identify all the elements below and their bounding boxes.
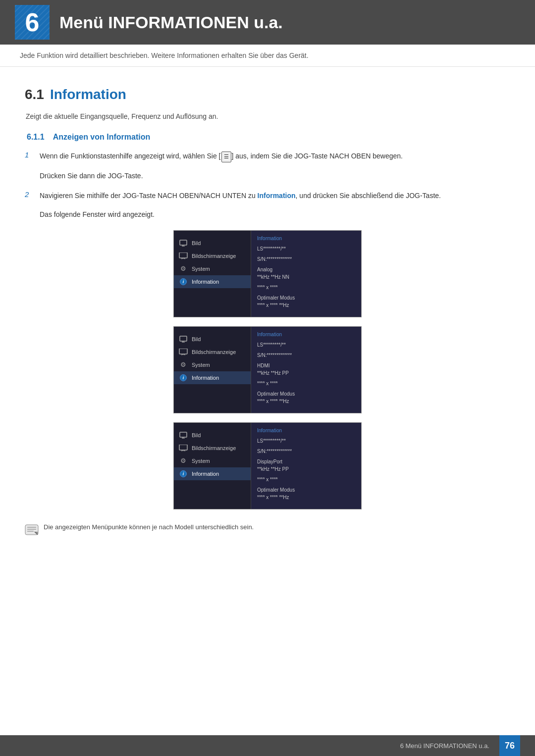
step-1: 1 Wenn die Funktionstastenhilfe angezeig…: [25, 151, 510, 162]
footer-page-number: 76: [499, 735, 520, 756]
section-description: Zeigt die aktuelle Eingangsquelle, Frequ…: [26, 112, 510, 120]
top-banner: 6 Menü INFORMATIONEN u.a.: [0, 0, 535, 45]
section-number: 6.1: [25, 87, 44, 102]
monitor-icon-2: [179, 336, 188, 343]
menu-item-bsa-2: Bildschirmanzeige: [174, 346, 251, 358]
info-icon-1: i: [179, 278, 188, 285]
chapter-title: Menü INFORMATIONEN u.a.: [59, 13, 283, 32]
subtitle-bar: Jede Funktion wird detailliert beschrieb…: [0, 45, 535, 67]
step-2-number: 2: [25, 190, 40, 199]
info-line-3-1: LS*********/**: [257, 437, 355, 445]
section-title: Information: [50, 87, 126, 102]
info-panel-title-3: Information: [257, 428, 355, 433]
step-2-sub: Das folgende Fenster wird angezeigt.: [40, 209, 510, 220]
note-row: Die angezeigten Menüpunkte können je nac…: [25, 523, 510, 535]
menu-label-system-3: System: [192, 458, 210, 464]
info-line-3-3: **kHz **Hz PP: [257, 465, 355, 473]
menu-item-info-3: i Information: [174, 467, 251, 480]
menu-label-bild-3: Bild: [192, 432, 201, 438]
info-icon-2: i: [179, 374, 188, 381]
menu-item-info-2: i Information: [174, 371, 251, 384]
menu-panel-3: Bild Bildschirmanzeige ⚙ System i: [174, 423, 251, 509]
info-icon-3: i: [179, 470, 188, 477]
menu-item-bild-2: Bild: [174, 333, 251, 346]
screenshot-3: Bild Bildschirmanzeige ⚙ System i: [173, 422, 362, 509]
info-line-1-4: **** x ****: [257, 284, 355, 291]
info-section-opt-1: Optimaler Modus: [257, 295, 355, 301]
note-icon: [25, 524, 39, 535]
monitor-icon-3: [179, 432, 188, 439]
svg-rect-2: [179, 252, 187, 258]
gear-icon-1: ⚙: [179, 265, 188, 272]
svg-rect-0: [180, 240, 187, 245]
page-footer: 6 Menü INFORMATIONEN u.a. 76: [0, 735, 535, 756]
svg-rect-8: [179, 445, 187, 450]
menu-item-bsa-3: Bildschirmanzeige: [174, 442, 251, 454]
info-panel-title-2: Information: [257, 332, 355, 337]
svg-rect-3: [180, 336, 187, 341]
kbd-icon: ☰: [221, 151, 231, 162]
note-text: Die angezeigten Menüpunkte können je nac…: [44, 523, 254, 531]
info-circle-2: i: [180, 374, 187, 381]
menu-panel-1: Bild Bildschirmanzeige ⚙ System i: [174, 231, 251, 317]
info-section-dp: DisplayPort: [257, 459, 355, 464]
screenshot-2: Bild Bildschirmanzeige ⚙ System i: [173, 326, 362, 413]
step-1-number: 1: [25, 151, 40, 159]
screen-icon-1: [179, 252, 188, 259]
info-line-1-5: **** x **** **Hz: [257, 302, 355, 309]
info-circle-1: i: [180, 278, 187, 285]
info-section-analog: Analog: [257, 267, 355, 272]
menu-item-info-1: i Information: [174, 275, 251, 288]
menu-item-system-1: ⚙ System: [174, 262, 251, 275]
step-2-text: Navigieren Sie mithilfe der JOG-Taste NA…: [40, 190, 510, 201]
menu-label-bsa-2: Bildschirmanzeige: [192, 349, 236, 355]
menu-item-system-3: ⚙ System: [174, 454, 251, 467]
section-heading: 6.1 Information: [25, 87, 510, 102]
info-section-opt-2: Optimaler Modus: [257, 391, 355, 397]
menu-label-info-1: Information: [192, 279, 219, 285]
info-circle-3: i: [180, 470, 187, 477]
step-1-text: Wenn die Funktionstastenhilfe angezeigt …: [40, 151, 510, 162]
subsection-number: 6.1.1: [27, 133, 45, 141]
info-panel-1: Information LS*********/** S/N:*********…: [251, 231, 361, 317]
info-line-2-5: **** x **** **Hz: [257, 398, 355, 405]
menu-item-bild-3: Bild: [174, 429, 251, 442]
svg-rect-5: [179, 349, 187, 354]
menu-label-bild-1: Bild: [192, 240, 201, 246]
info-line-3-4: **** x ****: [257, 476, 355, 483]
info-panel-title-1: Information: [257, 236, 355, 241]
screenshot-1: Bild Bildschirmanzeige ⚙ System i: [173, 230, 362, 317]
info-line-3-2: S/N:*************: [257, 448, 355, 455]
info-section-opt-3: Optimaler Modus: [257, 487, 355, 493]
main-content: 6.1 Information Zeigt die aktuelle Einga…: [0, 67, 535, 575]
menu-label-bild-2: Bild: [192, 336, 201, 342]
screenshots-container: Bild Bildschirmanzeige ⚙ System i: [25, 230, 510, 509]
menu-panel-2: Bild Bildschirmanzeige ⚙ System i: [174, 327, 251, 413]
info-line-2-3: **kHz **Hz PP: [257, 369, 355, 377]
info-line-1-1: LS*********/**: [257, 245, 355, 252]
menu-label-system-1: System: [192, 266, 210, 272]
menu-label-system-2: System: [192, 362, 210, 368]
menu-label-info-2: Information: [192, 375, 219, 381]
info-section-hdmi: HDMI: [257, 363, 355, 368]
step-1-sub: Drücken Sie dann die JOG-Taste.: [40, 170, 510, 181]
info-line-2-1: LS*********/**: [257, 341, 355, 349]
info-line-2-4: **** x ****: [257, 380, 355, 387]
subsection-title: Anzeigen von Information: [53, 133, 150, 141]
menu-label-info-3: Information: [192, 471, 219, 477]
gear-icon-3: ⚙: [179, 457, 188, 464]
step-2: 2 Navigieren Sie mithilfe der JOG-Taste …: [25, 190, 510, 201]
info-panel-2: Information LS*********/** S/N:*********…: [251, 327, 361, 413]
chapter-number: 6: [15, 5, 50, 40]
menu-item-bild-1: Bild: [174, 237, 251, 250]
info-panel-3: Information LS*********/** S/N:*********…: [251, 423, 361, 509]
subsection-heading: 6.1.1 Anzeigen von Information: [27, 133, 510, 142]
menu-label-bsa-1: Bildschirmanzeige: [192, 253, 236, 259]
subtitle-text: Jede Funktion wird detailliert beschrieb…: [20, 51, 309, 59]
monitor-icon-1: [179, 240, 188, 247]
menu-label-bsa-3: Bildschirmanzeige: [192, 445, 236, 451]
step-2-highlight: Information: [258, 192, 296, 200]
info-line-1-2: S/N:*************: [257, 255, 355, 263]
screen-icon-2: [179, 349, 188, 355]
info-line-2-2: S/N:*************: [257, 352, 355, 359]
